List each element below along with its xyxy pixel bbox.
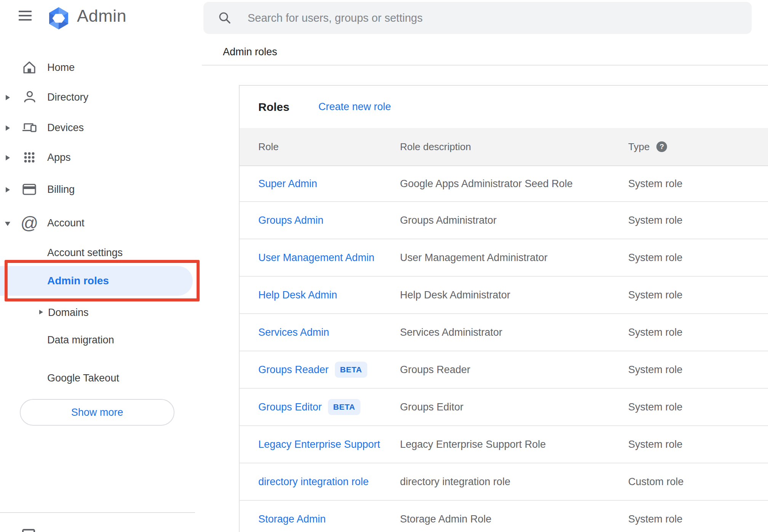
credit-card-icon	[21, 181, 38, 198]
expand-arrow-icon[interactable]	[39, 310, 43, 314]
sidebar-item-apps[interactable]: Apps	[0, 146, 202, 169]
role-description: Groups Editor	[400, 401, 628, 413]
card-header: Roles Create new role	[240, 86, 768, 128]
table-row: Super Admin Google Apps Administrator Se…	[240, 166, 768, 202]
breadcrumb: Admin roles	[223, 46, 277, 58]
role-type: System role	[628, 289, 768, 301]
table-row: Groups Editor BETA Groups Editor System …	[240, 389, 768, 426]
sidebar-item-label: Domains	[48, 301, 89, 324]
sidebar-item-label: Home	[47, 56, 75, 79]
role-link[interactable]: directory integration role	[258, 476, 369, 488]
role-link[interactable]: Storage Admin	[258, 513, 326, 525]
sidebar-item-label: Directory	[47, 86, 88, 109]
role-type: System role	[628, 401, 768, 413]
role-link[interactable]: Help Desk Admin	[258, 289, 337, 301]
table-header-row: Role Role description Type ?	[240, 128, 768, 166]
sidebar-item-data-migration[interactable]: Data migration	[0, 328, 202, 351]
menu-icon[interactable]	[19, 11, 32, 21]
table-row: Services Admin Services Administrator Sy…	[240, 314, 768, 351]
collapse-arrow-icon[interactable]	[5, 222, 10, 226]
role-type: Custom role	[628, 476, 768, 488]
role-type: System role	[628, 178, 768, 190]
role-link[interactable]: Services Admin	[258, 327, 329, 338]
role-link[interactable]: Groups Admin	[258, 215, 323, 226]
expand-arrow-icon[interactable]	[6, 125, 10, 131]
role-link[interactable]: User Management Admin	[258, 252, 374, 264]
role-description: Groups Administrator	[400, 215, 628, 226]
role-description: Services Administrator	[400, 327, 628, 338]
role-description: directory integration role	[400, 476, 628, 488]
logo-wordmark: Admin	[77, 6, 126, 26]
role-link[interactable]: Legacy Enterprise Support	[258, 439, 380, 450]
sidebar-item-billing[interactable]: Billing	[0, 178, 202, 201]
table-row: Groups Admin Groups Administrator System…	[240, 202, 768, 239]
home-icon	[21, 59, 38, 76]
sidebar-item-home[interactable]: Home	[0, 56, 202, 79]
role-link[interactable]: Groups Reader	[258, 364, 329, 376]
role-description: Google Apps Administrator Seed Role	[400, 178, 628, 190]
show-more-button[interactable]: Show more	[20, 399, 174, 426]
header-divider	[202, 65, 768, 66]
sidebar-item-devices[interactable]: Devices	[0, 116, 202, 139]
sidebar-item-label: Apps	[47, 146, 71, 169]
beta-badge: BETA	[335, 362, 368, 378]
role-description: Storage Admin Role	[400, 513, 628, 525]
role-type: System role	[628, 252, 768, 264]
table-row: Storage Admin Storage Admin Role System …	[240, 501, 768, 532]
sidebar-item-label: Devices	[47, 116, 84, 139]
sidebar-divider	[0, 512, 195, 513]
person-icon	[21, 89, 38, 106]
roles-card: Roles Create new role Role Role descript…	[239, 85, 768, 532]
role-type: System role	[628, 327, 768, 338]
sidebar-item-label: Admin roles	[47, 266, 109, 296]
sidebar-item-account[interactable]: @ Account	[0, 212, 202, 234]
table-row: User Management Admin User Management Ad…	[240, 239, 768, 277]
apps-grid-icon	[21, 149, 38, 166]
roles-table-body: Super Admin Google Apps Administrator Se…	[240, 166, 768, 532]
role-description: User Management Administrator	[400, 252, 628, 264]
search-bar[interactable]	[203, 2, 752, 34]
search-input[interactable]	[247, 11, 706, 25]
help-icon[interactable]: ?	[656, 141, 667, 152]
sidebar-item-label: Data migration	[47, 328, 114, 351]
sidebar-item-label: Billing	[47, 178, 75, 201]
sidebar-item-label: Account	[47, 212, 85, 234]
sidebar-item-label: Google Takeout	[47, 367, 119, 389]
sidebar-item-account-settings[interactable]: Account settings	[0, 241, 202, 264]
sidebar-item-admin-roles-active[interactable]: Admin roles	[0, 266, 193, 296]
show-more-label: Show more	[71, 407, 123, 418]
table-row: Groups Reader BETA Groups Reader System …	[240, 351, 768, 389]
devices-icon	[21, 119, 38, 136]
role-type: System role	[628, 215, 768, 226]
expand-arrow-icon[interactable]	[6, 95, 10, 100]
role-type: System role	[628, 513, 768, 525]
table-row: Help Desk Admin Help Desk Administrator …	[240, 277, 768, 314]
table-row: Legacy Enterprise Support Legacy Enterpr…	[240, 426, 768, 463]
expand-arrow-icon[interactable]	[6, 187, 10, 192]
column-header-role: Role	[258, 141, 400, 153]
at-sign-icon: @	[21, 215, 38, 231]
sidebar-item-google-takeout[interactable]: Google Takeout	[0, 367, 202, 389]
role-description: Legacy Enterprise Support Role	[400, 439, 628, 450]
sidebar-item-label: Account settings	[47, 241, 123, 264]
role-description: Groups Reader	[400, 364, 628, 376]
clipped-sidebar-icon	[22, 529, 35, 532]
role-description: Help Desk Administrator	[400, 289, 628, 301]
expand-arrow-icon[interactable]	[6, 155, 10, 160]
search-icon	[218, 11, 232, 25]
sidebar-item-domains[interactable]: Domains	[0, 301, 202, 324]
column-header-type: Type	[628, 141, 650, 153]
page-title: Roles	[258, 101, 290, 114]
beta-badge: BETA	[328, 399, 361, 415]
create-new-role-link[interactable]: Create new role	[318, 101, 391, 113]
role-type: System role	[628, 364, 768, 376]
table-row: directory integration role directory int…	[240, 463, 768, 501]
role-link[interactable]: Super Admin	[258, 178, 317, 190]
column-header-role-description: Role description	[400, 141, 628, 153]
google-admin-logo-icon	[49, 7, 68, 31]
role-type: System role	[628, 439, 768, 450]
role-link[interactable]: Groups Editor	[258, 401, 322, 413]
sidebar-item-directory[interactable]: Directory	[0, 86, 202, 109]
